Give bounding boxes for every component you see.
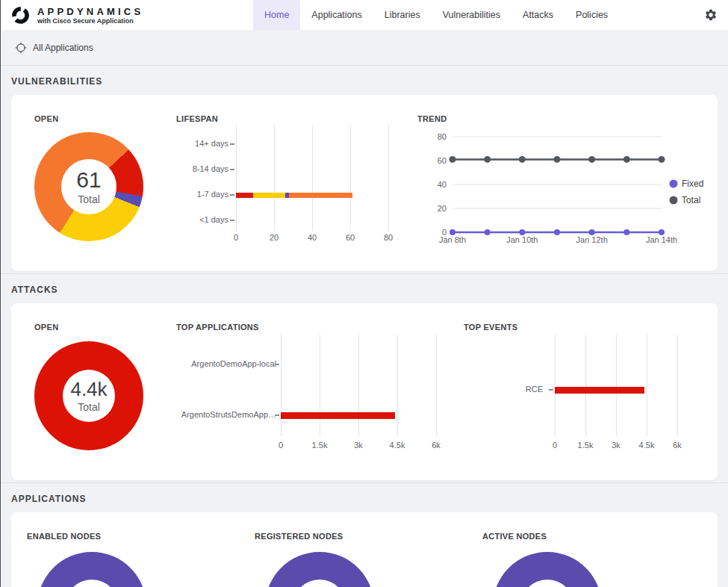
nav-item-libraries[interactable]: Libraries xyxy=(373,0,432,30)
attacks-card: OPEN 4.4k Total TOP APPLICATIONS 01.5k3k… xyxy=(11,303,718,480)
section-title-attacks: ATTACKS xyxy=(1,274,728,303)
active-nodes-title: ACTIVE NODES xyxy=(482,532,547,541)
nav-item-policies[interactable]: Policies xyxy=(564,0,619,30)
legend-label-total: Total xyxy=(682,195,700,205)
axis-label: 60 xyxy=(438,156,447,165)
axis-label: Jan 14th xyxy=(646,235,677,244)
donut-hole xyxy=(65,580,119,587)
trend-point xyxy=(519,156,526,163)
axis-label: Jan 10th xyxy=(506,235,538,244)
bar xyxy=(555,387,644,394)
legend-label-fixed: Fixed xyxy=(682,178,703,189)
trend-point xyxy=(588,156,595,163)
trend-point xyxy=(659,156,665,163)
trend-line-svg: 020406080Jan 8thJan 10thJan 12thJan 14th… xyxy=(408,125,728,250)
registered-nodes-title: REGISTERED NODES xyxy=(255,532,343,541)
scope-selector[interactable]: All Applications xyxy=(1,30,728,66)
target-icon xyxy=(15,42,27,54)
axis-label: 80 xyxy=(438,132,447,141)
trend-point xyxy=(484,156,491,163)
trend-point xyxy=(623,156,630,163)
vulnerabilities-card: OPEN 61 Total LIFESPAN 02040608014+ days… xyxy=(11,95,718,271)
scope-label: All Applications xyxy=(33,43,93,53)
section-title-vulnerabilities: VULNERABILITIES xyxy=(1,66,728,95)
donut-hole xyxy=(520,580,574,587)
nav-item-applications[interactable]: Applications xyxy=(300,0,373,30)
enabled-nodes-donut[interactable] xyxy=(37,552,146,587)
trend-point xyxy=(519,229,525,235)
registered-nodes-donut[interactable] xyxy=(265,552,374,587)
trend-point xyxy=(449,156,456,163)
trend-point xyxy=(589,229,595,235)
axis-tick xyxy=(549,389,553,391)
axis-label: Jan 12th xyxy=(576,235,608,244)
trend-point xyxy=(659,229,665,235)
axis-label: 20 xyxy=(438,204,447,213)
trend-point xyxy=(554,229,560,235)
nav-item-attacks[interactable]: Attacks xyxy=(511,0,564,30)
applications-card: ENABLED NODES REGISTERED NODES ACTIVE NO… xyxy=(11,512,718,587)
donut-hole xyxy=(293,580,346,587)
brand: APPDYNAMICS with Cisco Secure Applicatio… xyxy=(11,0,143,30)
gridline xyxy=(647,335,647,436)
top-events-chart[interactable]: 01.5k3k4.5k6kRCE xyxy=(11,303,718,480)
trend-point xyxy=(623,229,629,235)
trend-point xyxy=(485,229,491,235)
brand-name: APPDYNAMICS xyxy=(37,6,143,17)
axis-label: 40 xyxy=(438,180,447,189)
gridline xyxy=(677,335,678,436)
x-axis-tick-label: 6k xyxy=(659,441,696,450)
active-nodes-donut[interactable] xyxy=(493,552,602,587)
main-nav: HomeApplicationsLibrariesVulnerabilities… xyxy=(253,0,619,30)
axis-label: Jan 8th xyxy=(439,235,466,244)
trend-chart[interactable]: 020406080Jan 8thJan 10thJan 12thJan 14th… xyxy=(11,95,718,271)
appdynamics-logo-icon xyxy=(11,6,30,25)
gridline xyxy=(616,335,617,436)
brand-tagline: with Cisco Secure Application xyxy=(37,17,143,25)
settings-gear-icon[interactable] xyxy=(704,8,718,22)
trend-point xyxy=(554,156,561,163)
nav-item-vulnerabilities[interactable]: Vulnerabilities xyxy=(432,0,511,30)
gridline xyxy=(555,335,556,436)
brand-text: APPDYNAMICS with Cisco Secure Applicatio… xyxy=(37,6,143,25)
category-label: RCE xyxy=(408,385,543,394)
nav-item-home[interactable]: Home xyxy=(253,0,300,30)
gridline xyxy=(585,335,586,436)
app-header: APPDYNAMICS with Cisco Secure Applicatio… xyxy=(1,0,728,30)
legend-dot-fixed xyxy=(670,180,678,188)
section-title-applications: APPLICATIONS xyxy=(1,483,728,512)
trend-point xyxy=(449,229,455,235)
enabled-nodes-title: ENABLED NODES xyxy=(27,532,101,541)
legend-dot-total xyxy=(670,196,678,205)
